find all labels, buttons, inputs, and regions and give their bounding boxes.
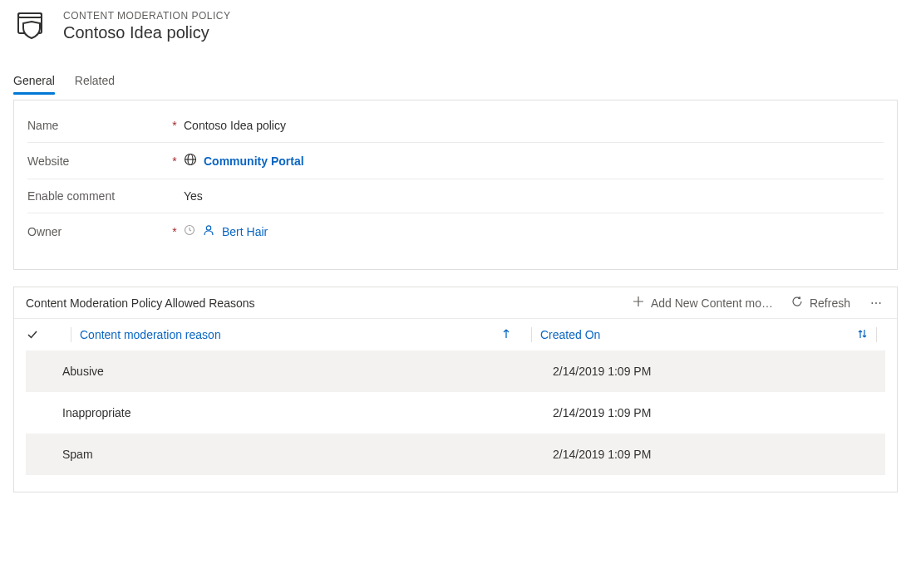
subgrid-command-bar: Add New Content mo… Refresh ⋯ [633, 296, 885, 310]
column-divider [531, 327, 532, 342]
page-title: Contoso Idea policy [63, 23, 230, 42]
tab-related[interactable]: Related [75, 69, 115, 94]
sort-both-icon [856, 328, 868, 342]
sort-asc-icon [501, 328, 511, 342]
website-lookup[interactable]: Community Portal [184, 153, 304, 169]
table-row[interactable]: Spam 2/14/2019 1:09 PM [26, 434, 885, 475]
field-row-name: Name * Contoso Idea policy [27, 109, 884, 143]
add-new-button[interactable]: Add New Content mo… [633, 296, 773, 310]
plus-icon [633, 296, 644, 310]
cell-created-on: 2/14/2019 1:09 PM [553, 448, 885, 461]
select-all-column[interactable] [26, 328, 62, 341]
required-indicator: * [169, 154, 180, 168]
cell-reason: Spam [62, 448, 553, 461]
column-divider [876, 327, 877, 342]
field-label: Website [27, 154, 169, 168]
cell-created-on: 2/14/2019 1:09 PM [553, 365, 885, 378]
general-section: Name * Contoso Idea policy Website * [13, 100, 898, 270]
column-divider [71, 327, 71, 342]
allowed-reasons-subgrid: Content Moderation Policy Allowed Reason… [13, 287, 898, 492]
field-row-website: Website * Community Portal [27, 143, 884, 179]
required-indicator: * [169, 119, 180, 132]
person-icon [202, 223, 215, 239]
more-commands-button[interactable]: ⋯ [869, 296, 885, 310]
column-header-created-on[interactable]: Created On [540, 328, 873, 342]
enable-comment-field[interactable]: Yes [184, 189, 203, 203]
column-label: Created On [540, 328, 600, 341]
field-row-owner: Owner * Bert Hair [27, 213, 884, 249]
clock-icon [184, 224, 195, 238]
svg-point-6 [206, 226, 210, 230]
shield-browser-icon [13, 7, 50, 46]
field-label: Owner [27, 225, 169, 238]
refresh-button[interactable]: Refresh [791, 296, 850, 310]
table-row[interactable]: Inappropriate 2/14/2019 1:09 PM [26, 392, 885, 434]
subgrid-header: Content Moderation Policy Allowed Reason… [14, 287, 897, 319]
entity-type-label: CONTENT MODERATION POLICY [63, 10, 230, 22]
label-text: Name [27, 119, 58, 132]
lookup-value[interactable]: Community Portal [204, 154, 304, 168]
field-label: Enable comment [27, 189, 169, 203]
field-value-text: Yes [184, 189, 203, 203]
globe-icon [184, 153, 197, 169]
cell-created-on: 2/14/2019 1:09 PM [553, 406, 885, 419]
refresh-icon [791, 296, 803, 310]
cell-reason: Inappropriate [62, 406, 553, 419]
column-label: Content moderation reason [80, 328, 221, 341]
field-row-enable-comment: Enable comment * Yes [27, 179, 884, 213]
form-tabs: General Related [13, 69, 898, 95]
check-icon [26, 328, 39, 341]
label-text: Enable comment [27, 189, 115, 203]
required-indicator: * [169, 225, 180, 238]
tab-general[interactable]: General [13, 69, 55, 94]
field-value-text: Contoso Idea policy [184, 119, 286, 132]
grid-body: Abusive 2/14/2019 1:09 PM Inappropriate … [14, 350, 897, 492]
grid-column-headers: Content moderation reason Created On [14, 319, 897, 350]
table-row[interactable]: Abusive 2/14/2019 1:09 PM [26, 350, 885, 392]
more-icon: ⋯ [870, 296, 884, 310]
cell-reason: Abusive [62, 365, 553, 378]
record-header: CONTENT MODERATION POLICY Contoso Idea p… [13, 7, 898, 46]
name-field[interactable]: Contoso Idea policy [184, 119, 286, 132]
label-text: Owner [27, 225, 62, 238]
field-label: Name [27, 119, 169, 132]
button-label: Refresh [810, 296, 850, 310]
column-header-reason[interactable]: Content moderation reason [80, 328, 523, 342]
label-text: Website [27, 154, 69, 168]
button-label: Add New Content mo… [651, 296, 773, 310]
subgrid-title: Content Moderation Policy Allowed Reason… [26, 296, 255, 310]
owner-lookup[interactable]: Bert Hair [184, 223, 268, 239]
lookup-value[interactable]: Bert Hair [222, 225, 268, 238]
